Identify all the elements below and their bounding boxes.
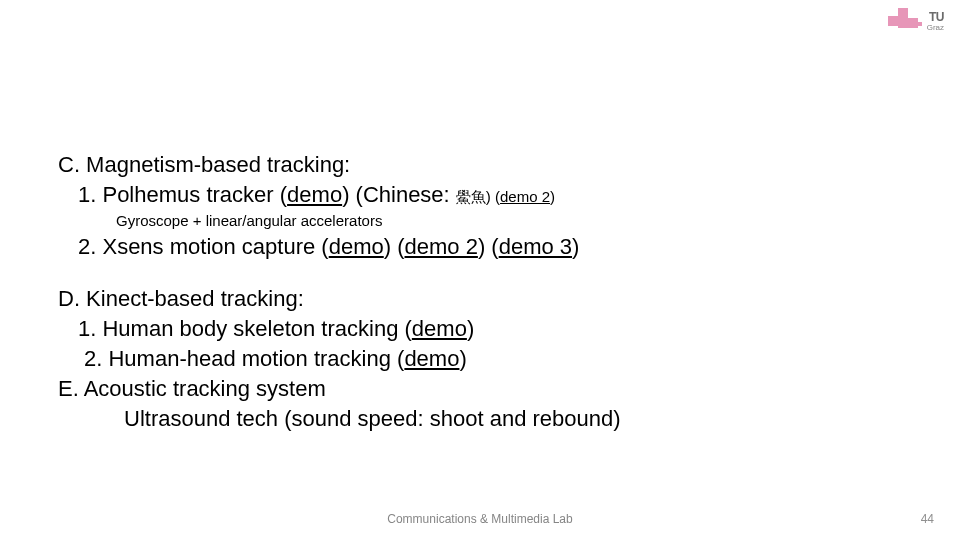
section-c-note: Gyroscope + linear/angular accelerators (58, 211, 878, 231)
footer-lab-name: Communications & Multimedia Lab (0, 512, 960, 526)
section-e-heading: E. Acoustic tracking system (58, 374, 878, 404)
slide: TU Graz C. Magnetism-based tracking: 1. … (0, 0, 960, 540)
text: 2. Human-head motion tracking ( (84, 346, 404, 371)
logo-icon (888, 8, 924, 32)
logo-sub-text: Graz (927, 23, 944, 32)
text: ) (572, 234, 579, 259)
text: 1. Human body skeleton tracking ( (78, 316, 412, 341)
tu-graz-logo: TU Graz (888, 8, 944, 40)
text: 2. Xsens motion capture ( (78, 234, 329, 259)
section-c-heading: C. Magnetism-based tracking: (58, 150, 878, 180)
text: 1. Polhemus tracker ( (78, 182, 287, 207)
text: ) (Chinese: (342, 182, 456, 207)
text: ) ( (384, 234, 405, 259)
logo-main-text: TU (929, 10, 944, 24)
page-number: 44 (921, 512, 934, 526)
section-c-item2: 2. Xsens motion capture (demo) (demo 2) … (58, 232, 878, 262)
section-d-item1: 1. Human body skeleton tracking (demo) (58, 314, 878, 344)
cjk-text: 鱟魚 (456, 188, 486, 205)
text: ) ( (478, 234, 499, 259)
demo-link[interactable]: demo (287, 182, 342, 207)
slide-body: C. Magnetism-based tracking: 1. Polhemus… (58, 150, 878, 434)
section-d-heading: D. Kinect-based tracking: (58, 284, 878, 314)
text: ) (459, 346, 466, 371)
demo-link[interactable]: demo (412, 316, 467, 341)
demo-link[interactable]: demo (404, 346, 459, 371)
text: ) (550, 188, 555, 205)
demo2-link[interactable]: demo 2 (500, 188, 550, 205)
text: ) (467, 316, 474, 341)
section-e-line1: Ultrasound tech (sound speed: shoot and … (58, 404, 878, 434)
demo2-link[interactable]: demo 2 (405, 234, 478, 259)
demo-link[interactable]: demo (329, 234, 384, 259)
text: ) ( (486, 188, 500, 205)
section-d-item2: 2. Human-head motion tracking (demo) (58, 344, 878, 374)
demo3-link[interactable]: demo 3 (499, 234, 572, 259)
section-c-item1: 1. Polhemus tracker (demo) (Chinese: 鱟魚)… (58, 180, 878, 210)
